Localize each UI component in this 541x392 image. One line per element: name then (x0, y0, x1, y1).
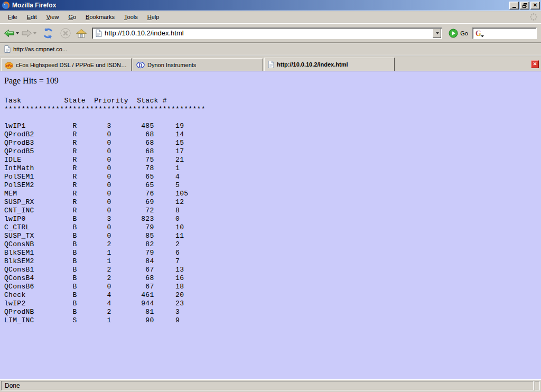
svg-text:G: G (475, 29, 481, 37)
minimize-button[interactable] (509, 2, 519, 10)
title-bar: Mozilla Firefox ✕ (0, 0, 541, 11)
url-dropdown-button[interactable] (433, 29, 441, 38)
page-hits-text: Page Hits = 109 (4, 76, 537, 86)
menu-bar: File Edit View Go Bookmarks Tools Help (0, 11, 541, 23)
google-search-icon[interactable]: G (475, 29, 484, 38)
go-icon (449, 29, 458, 38)
forward-button[interactable] (21, 28, 37, 39)
back-arrow-icon (4, 29, 15, 38)
reload-button[interactable] (41, 26, 55, 40)
tab-bar: cFos cFos Highspeed DSL / PPPoE und ISDN… (0, 55, 541, 71)
window-title: Mozilla Firefox (12, 2, 509, 9)
url-bar (92, 27, 442, 39)
svg-text:D: D (139, 62, 143, 68)
bookmarks-toolbar: http://as.cmpnet.co... (0, 43, 541, 55)
bookmark-label: http://as.cmpnet.co... (13, 46, 67, 52)
url-dropdown-caret (436, 32, 439, 34)
page-icon (268, 61, 274, 68)
minimize-icon (512, 7, 516, 8)
svg-text:cFos: cFos (6, 63, 13, 67)
restore-button[interactable] (520, 2, 529, 10)
task-table: Task State Priority Stack # ************… (4, 97, 537, 325)
forward-dropdown-caret[interactable] (33, 32, 36, 34)
page-content: Page Hits = 109 Task State Priority Stac… (0, 71, 541, 379)
menu-file[interactable]: File (3, 12, 22, 22)
restore-icon (523, 3, 527, 8)
throbber-icon (529, 13, 538, 21)
firefox-logo-icon (2, 1, 10, 10)
browser-window: Mozilla Firefox ✕ File Edit View Go Book… (0, 0, 541, 392)
go-button[interactable]: Go (445, 29, 471, 38)
menu-go[interactable]: Go (63, 12, 81, 22)
stop-icon (60, 27, 71, 39)
tab-label: http://10.0.10.2/index.html (277, 61, 348, 68)
menu-tools[interactable]: Tools (119, 12, 143, 22)
close-window-button[interactable]: ✕ (530, 2, 540, 10)
tab-label: cFos Highspeed DSL / PPPoE und ISDN CAP.… (16, 62, 128, 68)
menu-edit[interactable]: Edit (22, 12, 42, 22)
search-input[interactable] (485, 29, 536, 37)
menu-bookmarks[interactable]: Bookmarks (81, 12, 119, 22)
home-button[interactable] (75, 27, 88, 40)
close-tab-button[interactable]: ✕ (531, 60, 539, 68)
cfos-favicon: cFos (5, 61, 13, 69)
status-stub-panel (535, 381, 540, 390)
status-text: Done (1, 381, 534, 390)
stop-button[interactable] (59, 26, 72, 40)
search-box: G (472, 27, 537, 39)
go-label: Go (460, 30, 468, 36)
home-icon (76, 28, 87, 39)
forward-arrow-icon (21, 29, 32, 38)
back-dropdown-caret[interactable] (16, 32, 19, 34)
tab-cfos[interactable]: cFos cFos Highspeed DSL / PPPoE und ISDN… (1, 58, 132, 71)
back-button[interactable] (3, 28, 20, 39)
url-input[interactable] (104, 29, 433, 38)
page-icon (4, 45, 11, 53)
page-icon (96, 30, 102, 37)
tab-label: Dynon Instruments (147, 62, 196, 68)
menu-view[interactable]: View (42, 12, 64, 22)
tab-index-html[interactable]: http://10.0.10.2/index.html (264, 58, 395, 71)
menu-help[interactable]: Help (143, 12, 164, 22)
bookmark-item[interactable]: http://as.cmpnet.co... (4, 45, 67, 53)
navigation-toolbar: Go G (0, 23, 541, 43)
tab-dynon[interactable]: D Dynon Instruments (133, 58, 263, 71)
reload-icon (42, 27, 54, 39)
dynon-favicon: D (136, 61, 145, 69)
status-bar: Done (0, 379, 541, 392)
